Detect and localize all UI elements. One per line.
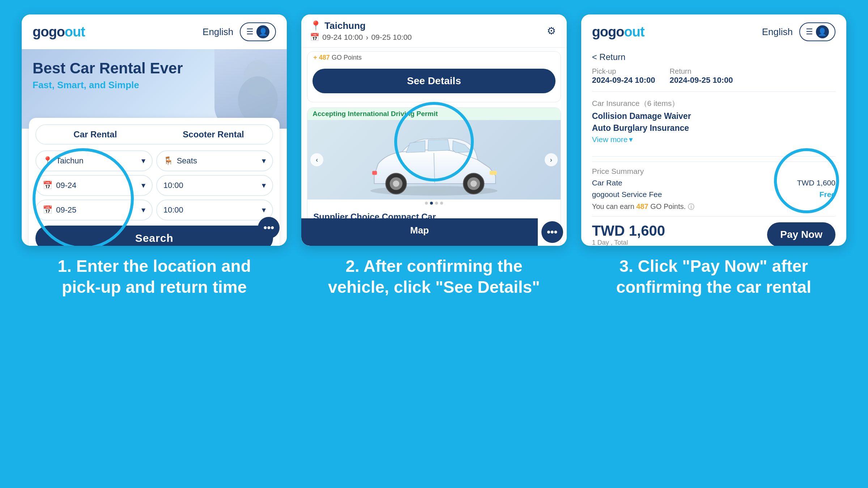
service-fee-row: gogoout Service Fee Free	[592, 190, 835, 199]
hero-subtitle: Fast, Smart, and Simple	[33, 80, 183, 91]
view-more-btn[interactable]: View more ▾	[592, 135, 835, 144]
calendar-end-icon: 📅	[43, 205, 52, 215]
logo-3: gogoout	[592, 24, 644, 40]
filter-btn[interactable]: ⚙	[545, 23, 558, 39]
p2-date-start: 09-24 10:00	[322, 33, 363, 42]
panel2-location-info: 📍 Taichung 📅 09-24 10:00 › 09-25 10:00	[310, 20, 412, 42]
search-button[interactable]: Search	[35, 226, 273, 246]
insurance-title: Car Insurance（6 items）	[592, 98, 835, 108]
top-see-details-btn[interactable]: See Details	[312, 69, 555, 93]
map-btn[interactable]: Map	[301, 218, 537, 246]
start-date-field[interactable]: 📅 09-24 ▾	[35, 175, 153, 196]
lang-nav-3: English ☰ 👤	[762, 22, 835, 41]
svg-point-8	[471, 180, 477, 187]
carousel-right-arrow[interactable]: ›	[545, 153, 558, 166]
car-image: ‹ ›	[307, 120, 560, 200]
calendar-icon-p2: 📅	[310, 33, 319, 42]
earn-label: You can earn	[592, 202, 634, 210]
pickup-label: Pick-up	[592, 67, 655, 76]
menu-btn-3[interactable]: ☰ 👤	[799, 22, 835, 41]
chevron-down-seats-icon: ▾	[262, 156, 266, 166]
end-date-field[interactable]: 📅 09-25 ▾	[35, 200, 153, 221]
end-time-field[interactable]: 10:00 ▾	[156, 200, 273, 221]
chevron-time-end-icon: ▾	[262, 205, 266, 215]
tab-car-rental[interactable]: Car Rental	[36, 125, 154, 144]
rental-tabs: Car Rental Scooter Rental	[35, 124, 273, 145]
panel-2: 📍 Taichung 📅 09-24 10:00 › 09-25 10:00 ⚙	[301, 14, 566, 246]
dot-1	[425, 202, 428, 205]
step3-label-wrap: 3. Click "Pay Now" after confirming the …	[616, 246, 811, 477]
panel1-header: gogoout English ☰ 👤	[22, 14, 287, 49]
dot-3	[435, 202, 438, 205]
step2-label-wrap: 2. After confirming the vehicle, click "…	[328, 246, 540, 477]
person-illustration	[214, 49, 287, 129]
lang-nav-1: English ☰ 👤	[203, 22, 276, 41]
end-time-value: 10:00	[163, 205, 183, 215]
insurance-item-2: Auto Burglary Insurance	[592, 123, 835, 133]
total-row: TWD 1,600 1 Day , Total Pay Now	[592, 222, 835, 246]
top-points-bar: + 487 GO Points	[307, 52, 560, 64]
seats-label: Seats	[177, 156, 197, 166]
car-rate-row: Car Rate TWD 1,600	[592, 179, 835, 187]
logo-1: gogoout	[33, 24, 85, 40]
svg-point-1	[238, 76, 278, 123]
pin-icon: 📍	[310, 20, 322, 31]
service-fee-val: Free	[820, 190, 835, 199]
menu-btn-1[interactable]: ☰ 👤	[240, 22, 276, 41]
hero-section: Best Car Rental Ever Fast, Smart, and Si…	[22, 49, 287, 129]
earn-suffix: GO Points.	[650, 202, 686, 210]
fab-btn-2[interactable]: •••	[541, 221, 563, 243]
service-fee-label: gogoout Service Fee	[592, 190, 662, 199]
panel3-header: gogoout English ☰ 👤	[581, 14, 846, 49]
user-icon-3: 👤	[816, 25, 829, 38]
location-field[interactable]: 📍 Taichun ▾	[35, 150, 153, 171]
dates-row: Pick-up 2024-09-24 10:00 Return 2024-09-…	[592, 67, 835, 92]
start-date-value: 09-24	[56, 181, 76, 190]
location-value: Taichun	[56, 156, 84, 166]
hamburger-icon-1: ☰	[246, 27, 254, 37]
step3-label: 3. Click "Pay Now" after confirming the …	[616, 256, 811, 297]
step2-label: 2. After confirming the vehicle, click "…	[328, 256, 540, 297]
seat-icon: 🪑	[163, 156, 173, 166]
hero-image	[214, 49, 287, 129]
p2-location: 📍 Taichung	[310, 20, 412, 31]
pay-now-btn[interactable]: Pay Now	[767, 222, 835, 246]
arrow-icon: ›	[366, 33, 368, 42]
lang-label-3: English	[762, 26, 793, 38]
hero-title: Best Car Rental Ever	[33, 60, 183, 77]
total-sub: 1 Day , Total	[592, 239, 665, 246]
chevron-date-end-icon: ▾	[141, 205, 145, 215]
lang-label-1: English	[203, 26, 233, 38]
car-svg	[307, 120, 560, 200]
start-time-field[interactable]: 10:00 ▾	[156, 175, 273, 196]
top-card-wrapper: + 487 GO Points See Details	[301, 48, 566, 102]
idp-badge: Accepting International Driving Permit	[307, 108, 560, 120]
insurance-item-1: Collision Damage Waiver	[592, 111, 835, 121]
user-icon-1: 👤	[256, 25, 269, 38]
tab-scooter-rental[interactable]: Scooter Rental	[154, 125, 273, 144]
svg-rect-10	[372, 171, 377, 175]
panel-3: gogoout English ☰ 👤 < Return Pick-up	[581, 14, 846, 246]
dot-2	[430, 202, 433, 205]
back-btn[interactable]: < Return	[592, 52, 835, 62]
pickup-col: Pick-up 2024-09-24 10:00	[592, 67, 655, 85]
insurance-section: Car Insurance（6 items） Collision Damage …	[592, 98, 835, 157]
bottom-bar-p2: Map •••	[301, 218, 566, 246]
chevron-down-insurance-icon: ▾	[629, 135, 633, 144]
location-text: Taichung	[324, 20, 366, 31]
svg-point-5	[393, 180, 400, 187]
view-more-label: View more	[592, 135, 628, 144]
chevron-time-start-icon: ▾	[262, 181, 266, 190]
panel-1: gogoout English ☰ 👤 Best Car Rental Ever…	[22, 14, 287, 246]
earn-points-row: You can earn 487 GO Points. ⓘ	[592, 202, 835, 217]
hamburger-icon-3: ☰	[806, 27, 813, 37]
top-see-details-wrap: See Details	[307, 69, 560, 93]
dot-4	[440, 202, 443, 205]
fab-btn-1[interactable]: •••	[258, 217, 280, 239]
return-label: Return	[670, 67, 733, 76]
step1-label-wrap: 1. Enter the location and pick-up and re…	[58, 246, 251, 477]
carousel-left-arrow[interactable]: ‹	[310, 153, 323, 166]
seats-field[interactable]: 🪑 Seats ▾	[156, 150, 273, 171]
p2-date-end: 09-25 10:00	[371, 33, 412, 42]
panel2-header: 📍 Taichung 📅 09-24 10:00 › 09-25 10:00 ⚙	[301, 14, 566, 48]
